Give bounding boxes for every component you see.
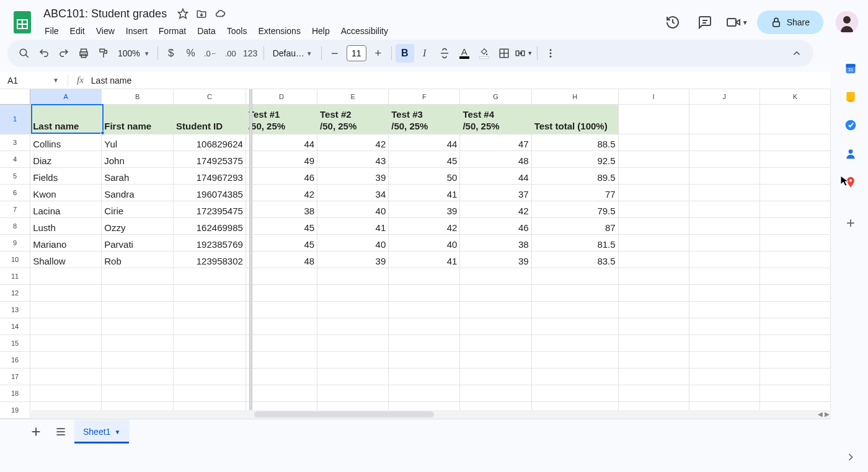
search-menus-icon[interactable] — [15, 44, 33, 63]
history-icon[interactable] — [660, 10, 685, 35]
row-header-5[interactable]: 5 — [0, 167, 30, 184]
cell-J4[interactable] — [689, 151, 760, 167]
zoom-select[interactable]: 100%▼ — [114, 44, 154, 63]
cell-F11[interactable] — [389, 268, 460, 284]
menu-data[interactable]: Data — [192, 24, 221, 38]
cell-D7[interactable]: 38 — [246, 201, 317, 217]
cell-G8[interactable]: 46 — [460, 217, 531, 234]
cell-H11[interactable] — [531, 268, 618, 284]
cell-I4[interactable] — [618, 151, 689, 167]
cell-A10[interactable]: Shallow — [30, 251, 102, 268]
sheet-nav-arrows[interactable]: ◀ ▶ — [818, 411, 830, 417]
cell-K13[interactable] — [760, 301, 830, 318]
cell-E7[interactable]: 40 — [317, 201, 389, 217]
undo-icon[interactable] — [35, 44, 53, 63]
cell-I5[interactable] — [618, 167, 689, 184]
increase-decimal-icon[interactable]: .00 — [221, 44, 240, 63]
cell-G16[interactable] — [460, 351, 531, 368]
cell-F4[interactable]: 45 — [389, 151, 460, 167]
col-header-A[interactable]: A — [30, 89, 102, 104]
cell-I11[interactable] — [618, 268, 689, 284]
cell-B15[interactable] — [102, 334, 174, 351]
more-toolbar-icon[interactable] — [541, 44, 560, 63]
cell-K5[interactable] — [760, 167, 830, 184]
row-header-19[interactable]: 19 — [0, 401, 30, 418]
row-header-16[interactable]: 16 — [0, 351, 30, 368]
cell-E18[interactable] — [317, 385, 389, 401]
cell-F12[interactable] — [389, 284, 460, 301]
cell-E8[interactable]: 41 — [317, 217, 389, 234]
cell-A15[interactable] — [30, 334, 102, 351]
cloud-status-icon[interactable] — [214, 8, 226, 19]
cell-A12[interactable] — [30, 284, 102, 301]
row-header-3[interactable]: 3 — [0, 134, 30, 151]
cell-I3[interactable] — [618, 134, 689, 151]
cell-D17[interactable] — [246, 368, 317, 385]
cell-K4[interactable] — [760, 151, 830, 167]
col-header-C[interactable]: C — [174, 89, 246, 104]
cell-D14[interactable] — [246, 318, 317, 334]
cell-A17[interactable] — [30, 368, 102, 385]
row-header-10[interactable]: 10 — [0, 251, 30, 268]
cell-E14[interactable] — [317, 318, 389, 334]
cell-C1[interactable]: Student ID — [174, 104, 246, 134]
cell-D10[interactable]: 48 — [246, 251, 317, 268]
cell-D8[interactable]: 45 — [246, 217, 317, 234]
cell-A4[interactable]: Diaz — [30, 151, 102, 167]
cell-H6[interactable]: 77 — [531, 184, 618, 201]
cell-G10[interactable]: 39 — [460, 251, 531, 268]
cell-B17[interactable] — [102, 368, 174, 385]
row-header-8[interactable]: 8 — [0, 217, 30, 234]
cell-J7[interactable] — [689, 201, 760, 217]
cell-C14[interactable] — [174, 318, 246, 334]
cell-A11[interactable] — [30, 268, 102, 284]
cell-H1[interactable]: Test total (100%) — [531, 104, 618, 134]
cell-H15[interactable] — [531, 334, 618, 351]
menu-file[interactable]: File — [40, 24, 64, 38]
cell-A3[interactable]: Collins — [30, 134, 102, 151]
cell-B4[interactable]: John — [102, 151, 174, 167]
decrease-decimal-icon[interactable]: .0← — [202, 44, 220, 63]
print-icon[interactable] — [74, 44, 93, 63]
cell-I7[interactable] — [618, 201, 689, 217]
cell-D3[interactable]: 44 — [246, 134, 317, 151]
row-header-15[interactable]: 15 — [0, 334, 30, 351]
cell-E16[interactable] — [317, 351, 389, 368]
sheet-tab[interactable]: Sheet1▼ — [74, 421, 129, 444]
cell-B6[interactable]: Sandra — [102, 184, 174, 201]
cell-E10[interactable]: 39 — [317, 251, 389, 268]
strikethrough-button[interactable] — [435, 44, 454, 63]
cell-C16[interactable] — [174, 351, 246, 368]
row-header-12[interactable]: 12 — [0, 284, 30, 301]
add-sheet-button[interactable] — [25, 421, 47, 443]
keep-sidebar-icon[interactable] — [844, 90, 857, 103]
cell-K14[interactable] — [760, 318, 830, 334]
cell-D4[interactable]: 49 — [246, 151, 317, 167]
cell-H10[interactable]: 83.5 — [531, 251, 618, 268]
cell-K12[interactable] — [760, 284, 830, 301]
cell-C8[interactable]: 162469985 — [174, 217, 246, 234]
calendar-sidebar-icon[interactable]: 31 — [844, 62, 857, 74]
doc-title[interactable]: ABC101: Student grades — [40, 6, 170, 22]
account-avatar[interactable] — [836, 11, 858, 33]
cell-J1[interactable] — [689, 104, 760, 134]
all-sheets-button[interactable] — [50, 421, 72, 443]
cell-C11[interactable] — [174, 268, 246, 284]
cell-B7[interactable]: Cirie — [102, 201, 174, 217]
cell-B10[interactable]: Rob — [102, 251, 174, 268]
cell-J13[interactable] — [689, 301, 760, 318]
cell-C18[interactable] — [174, 385, 246, 401]
cell-F9[interactable]: 40 — [389, 234, 460, 251]
hide-sidepanel-icon[interactable] — [844, 451, 857, 463]
cell-C5[interactable]: 174967293 — [174, 167, 246, 184]
cell-H8[interactable]: 87 — [531, 217, 618, 234]
cell-F13[interactable] — [389, 301, 460, 318]
cell-G12[interactable] — [460, 284, 531, 301]
cell-E1[interactable]: Test #2/50, 25% — [317, 104, 389, 134]
cell-J5[interactable] — [689, 167, 760, 184]
cell-J12[interactable] — [689, 284, 760, 301]
collapse-toolbar-icon[interactable] — [787, 44, 806, 63]
col-header-D[interactable]: D — [246, 89, 317, 104]
fill-color-button[interactable] — [475, 44, 494, 63]
cell-A18[interactable] — [30, 385, 102, 401]
